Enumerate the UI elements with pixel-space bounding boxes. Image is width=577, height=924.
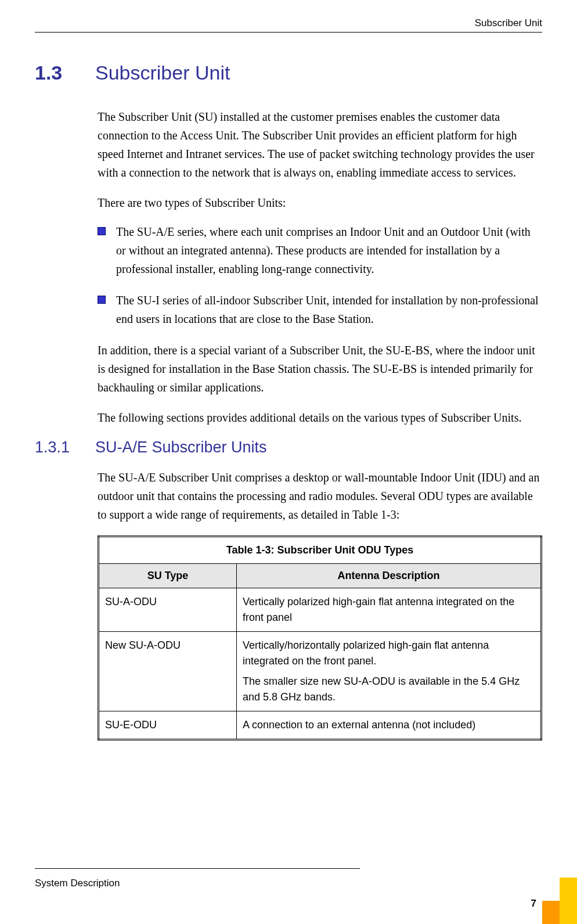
- orange-block: [542, 901, 560, 924]
- odu-types-table: Table 1-3: Subscriber Unit ODU Types SU …: [98, 535, 542, 740]
- page-number: 7: [531, 898, 536, 909]
- table-row: SU-E-ODU A connection to an external ant…: [99, 711, 542, 740]
- cell-su-type: SU-A-ODU: [99, 588, 237, 632]
- footer-rule: [35, 868, 360, 869]
- bullet-list: The SU-A/E series, where each unit compr…: [98, 222, 542, 328]
- cell-antenna-desc: Vertically/horizontally polarized high-g…: [237, 632, 542, 711]
- header-rule: [35, 32, 542, 33]
- cell-su-type: New SU-A-ODU: [99, 632, 237, 711]
- subsection-title: SU-A/E Subscriber Units: [95, 438, 267, 456]
- paragraph: There are two types of Subscriber Units:: [98, 193, 542, 212]
- page-number-decoration: [542, 878, 577, 924]
- paragraph: The SU-A/E Subscriber Unit comprises a d…: [98, 468, 542, 524]
- cell-text: Vertically/horizontally polarized high-g…: [243, 638, 535, 669]
- yellow-block: [560, 878, 577, 924]
- table-header-su-type: SU Type: [99, 564, 237, 588]
- subsection-heading: 1.3.1 SU-A/E Subscriber Units: [35, 438, 542, 456]
- paragraph: The Subscriber Unit (SU) installed at th…: [98, 107, 542, 182]
- cell-su-type: SU-E-ODU: [99, 711, 237, 740]
- cell-antenna-desc: Vertically polarized high-gain flat ante…: [237, 588, 542, 632]
- table-row: New SU-A-ODU Vertically/horizontally pol…: [99, 632, 542, 711]
- paragraph: The following sections provides addition…: [98, 408, 542, 427]
- paragraph: In addition, there is a special variant …: [98, 341, 542, 397]
- cell-antenna-desc: A connection to an external antenna (not…: [237, 711, 542, 740]
- section-heading: 1.3 Subscriber Unit: [35, 62, 542, 84]
- list-item: The SU-A/E series, where each unit compr…: [98, 222, 542, 278]
- footer-chapter-name: System Description: [35, 878, 120, 889]
- section-number: 1.3: [35, 62, 93, 84]
- cell-text: The smaller size new SU-A-ODU is availab…: [243, 674, 535, 705]
- header-section-name: Subscriber Unit: [35, 17, 542, 32]
- list-item: The SU-I series of all-indoor Subscriber…: [98, 291, 542, 328]
- subsection-number: 1.3.1: [35, 438, 93, 456]
- table-row: SU-A-ODU Vertically polarized high-gain …: [99, 588, 542, 632]
- section-title: Subscriber Unit: [95, 62, 230, 84]
- table-caption: Table 1-3: Subscriber Unit ODU Types: [99, 537, 542, 564]
- table-header-antenna-desc: Antenna Description: [237, 564, 542, 588]
